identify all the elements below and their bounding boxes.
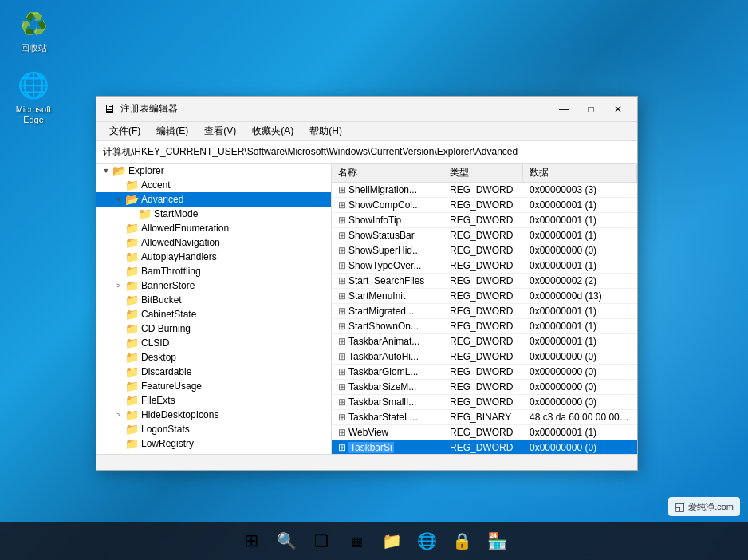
value-row-startshownon[interactable]: ⊞StartShownOn...REG_DWORD0x00000001 (1) bbox=[332, 319, 637, 334]
tree-item-cdburning[interactable]: 📁CD Burning bbox=[96, 321, 331, 336]
taskbar-edge[interactable]: 🌐 bbox=[411, 525, 443, 557]
tree-item-accent[interactable]: 📁Accent bbox=[96, 178, 331, 192]
folder-icon: 📁 bbox=[125, 437, 139, 450]
value-row-showsuperhid[interactable]: ⊞ShowSuperHid...REG_DWORD0x00000000 (0) bbox=[332, 243, 637, 258]
value-row-taskbarsmalli[interactable]: ⊞TaskbarSmallI...REG_DWORD0x00000000 (0) bbox=[332, 395, 637, 410]
taskbar: ⊞ 🔍 ❑ ▦ 📁 🌐 🔒 🏪 bbox=[0, 522, 748, 560]
folder-icon: 📁 bbox=[125, 408, 139, 421]
tree-item-explorer[interactable]: ▼📂Explorer bbox=[96, 164, 331, 178]
value-row-taskbarsizem[interactable]: ⊞TaskbarSizeM...REG_DWORD0x00000000 (0) bbox=[332, 380, 637, 395]
value-row-showtypeover[interactable]: ⊞ShowTypeOver...REG_DWORD0x00000001 (1) bbox=[332, 258, 637, 274]
tree-panel[interactable]: ▼📂Explorer📁Accent▼📂Advanced📁StartMode📁Al… bbox=[96, 164, 332, 454]
taskbar-search[interactable]: 🔍 bbox=[270, 525, 302, 557]
address-bar[interactable]: 计算机\HKEY_CURRENT_USER\Software\Microsoft… bbox=[96, 141, 637, 164]
recycle-label: 回收站 bbox=[21, 43, 47, 53]
tree-item-lowregistry[interactable]: 📁LowRegistry bbox=[96, 436, 331, 451]
taskbar-taskview[interactable]: ❑ bbox=[305, 525, 337, 557]
value-row-webview[interactable]: ⊞WebViewREG_DWORD0x00000001 (1) bbox=[332, 425, 637, 440]
tree-label: FileExts bbox=[141, 395, 175, 406]
value-name-text: ShowInfoTip bbox=[348, 215, 401, 226]
value-row-showcompcol[interactable]: ⊞ShowCompCol...REG_DWORD0x00000001 (1) bbox=[332, 198, 637, 213]
registry-value-icon: ⊞ bbox=[338, 184, 346, 195]
close-button[interactable]: ✕ bbox=[605, 101, 631, 117]
value-row-showinfotip[interactable]: ⊞ShowInfoTipREG_DWORD0x00000001 (1) bbox=[332, 213, 637, 228]
desktop-icon-edge[interactable]: 🌐 Microsoft Edge bbox=[8, 69, 59, 125]
value-row-taskbarstate[interactable]: ⊞TaskbarStateL...REG_BINARY48 c3 da 60 0… bbox=[332, 410, 637, 425]
value-row-taskbargloml[interactable]: ⊞TaskbarGlomL...REG_DWORD0x00000000 (0) bbox=[332, 365, 637, 380]
menu-favorites[interactable]: 收藏夹(A) bbox=[246, 123, 300, 140]
tree-item-bannerstore[interactable]: >📁BannerStore bbox=[96, 278, 331, 293]
registry-value-icon: ⊞ bbox=[338, 245, 346, 256]
value-row-taskbaranimate[interactable]: ⊞TaskbarAnimat...REG_DWORD0x00000001 (1) bbox=[332, 334, 637, 349]
maximize-button[interactable]: □ bbox=[578, 101, 604, 117]
value-name: ⊞ShowCompCol... bbox=[332, 198, 443, 212]
tree-item-desktop[interactable]: 📁Desktop bbox=[96, 350, 331, 365]
tree-toggle bbox=[112, 394, 125, 407]
value-data: 0x00000001 (1) bbox=[523, 213, 637, 227]
tree-item-hidedesktopicons[interactable]: >📁HideDesktopIcons bbox=[96, 408, 331, 422]
taskbar-security[interactable]: 🔒 bbox=[446, 525, 478, 557]
tree-item-bitbucket[interactable]: 📁BitBucket bbox=[96, 293, 331, 307]
tree-label: AllowedNavigation bbox=[141, 237, 220, 248]
value-row-shellmigration[interactable]: ⊞ShellMigration...REG_DWORD0x00000003 (3… bbox=[332, 183, 637, 198]
tree-item-startmode[interactable]: 📁StartMode bbox=[96, 207, 331, 221]
tree-item-allowedenumeration[interactable]: 📁AllowedEnumeration bbox=[96, 221, 331, 235]
tree-item-bamthrottling[interactable]: 📁BamThrottling bbox=[96, 264, 331, 278]
tree-item-autoplayhandlers[interactable]: 📁AutoplayHandlers bbox=[96, 250, 331, 264]
menu-file[interactable]: 文件(F) bbox=[103, 123, 147, 140]
registry-value-icon: ⊞ bbox=[338, 442, 346, 453]
tree-item-cabinetstate[interactable]: 📁CabinetState bbox=[96, 307, 331, 321]
value-name: ⊞TaskbarSmallI... bbox=[332, 395, 443, 409]
taskbar-explorer[interactable]: 📁 bbox=[376, 525, 407, 557]
tree-item-fileexts[interactable]: 📁FileExts bbox=[96, 393, 331, 408]
taskbar-start[interactable]: ⊞ bbox=[235, 525, 267, 557]
tree-item-advanced[interactable]: ▼📂Advanced bbox=[96, 192, 331, 207]
menu-edit[interactable]: 编辑(E) bbox=[150, 123, 195, 140]
tree-label: BamThrottling bbox=[141, 266, 201, 277]
edge-desktop-label: Microsoft Edge bbox=[8, 105, 59, 125]
value-type: REG_DWORD bbox=[443, 319, 523, 333]
tree-toggle bbox=[112, 265, 125, 278]
col-header-data: 数据 bbox=[523, 164, 637, 182]
folder-icon: 📁 bbox=[125, 236, 139, 249]
value-row-startmenuinit[interactable]: ⊞StartMenuInitREG_DWORD0x0000000d (13) bbox=[332, 289, 637, 304]
minimize-button[interactable]: — bbox=[551, 101, 577, 117]
tree-label: LogonStats bbox=[141, 424, 190, 435]
value-row-startsearchfiles[interactable]: ⊞Start_SearchFilesREG_DWORD0x00000002 (2… bbox=[332, 274, 637, 289]
value-name-text: TaskbarAnimat... bbox=[348, 336, 419, 347]
tree-label: Advanced bbox=[141, 194, 183, 205]
tree-item-logonprovider[interactable]: 📁LogonStats bbox=[96, 422, 331, 436]
value-type: REG_DWORD bbox=[443, 213, 523, 227]
value-name-text: Start_SearchFiles bbox=[348, 275, 424, 286]
values-rows: ⊞ShellMigration...REG_DWORD0x00000003 (3… bbox=[332, 183, 637, 454]
value-row-startmigrated[interactable]: ⊞StartMigrated...REG_DWORD0x00000001 (1) bbox=[332, 304, 637, 319]
value-row-showstatusbar[interactable]: ⊞ShowStatusBarREG_DWORD0x00000001 (1) bbox=[332, 228, 637, 243]
col-header-name: 名称 bbox=[332, 164, 443, 182]
value-type: REG_DWORD bbox=[443, 334, 523, 349]
tree-item-allowednavigation[interactable]: 📁AllowedNavigation bbox=[96, 235, 331, 250]
value-data: 0x00000001 (1) bbox=[523, 258, 637, 273]
registry-value-icon: ⊞ bbox=[338, 321, 346, 332]
value-type: REG_DWORD bbox=[443, 243, 523, 258]
address-text: 计算机\HKEY_CURRENT_USER\Software\Microsoft… bbox=[103, 145, 518, 159]
value-name: ⊞ShellMigration... bbox=[332, 183, 443, 197]
tree-toggle bbox=[112, 380, 125, 392]
value-data: 0x00000001 (1) bbox=[523, 334, 637, 349]
value-row-taskbarsi[interactable]: ⊞TaskbarSiREG_DWORD0x00000000 (0) bbox=[332, 440, 637, 454]
tree-item-featureusage[interactable]: 📁FeatureUsage bbox=[96, 379, 331, 393]
taskbar-store[interactable]: 🏪 bbox=[481, 525, 513, 557]
tree-label: HideDesktopIcons bbox=[141, 409, 218, 420]
registry-value-icon: ⊞ bbox=[338, 336, 346, 347]
menu-view[interactable]: 查看(V) bbox=[198, 123, 242, 140]
value-name-text: TaskbarAutoHi... bbox=[348, 351, 419, 362]
tree-toggle bbox=[112, 365, 125, 378]
recycle-icon: ♻️ bbox=[18, 8, 49, 40]
values-header: 名称 类型 数据 bbox=[332, 164, 637, 183]
tree-toggle: ▼ bbox=[100, 164, 112, 177]
tree-item-clsid[interactable]: 📁CLSID bbox=[96, 336, 331, 350]
tree-item-discardable[interactable]: 📁Discardable bbox=[96, 365, 331, 379]
taskbar-widgets[interactable]: ▦ bbox=[341, 525, 372, 557]
value-row-taskbarautohi[interactable]: ⊞TaskbarAutoHi...REG_DWORD0x00000000 (0) bbox=[332, 349, 637, 365]
menu-help[interactable]: 帮助(H) bbox=[303, 123, 348, 140]
desktop-icon-recycle[interactable]: ♻️ 回收站 bbox=[8, 8, 59, 53]
